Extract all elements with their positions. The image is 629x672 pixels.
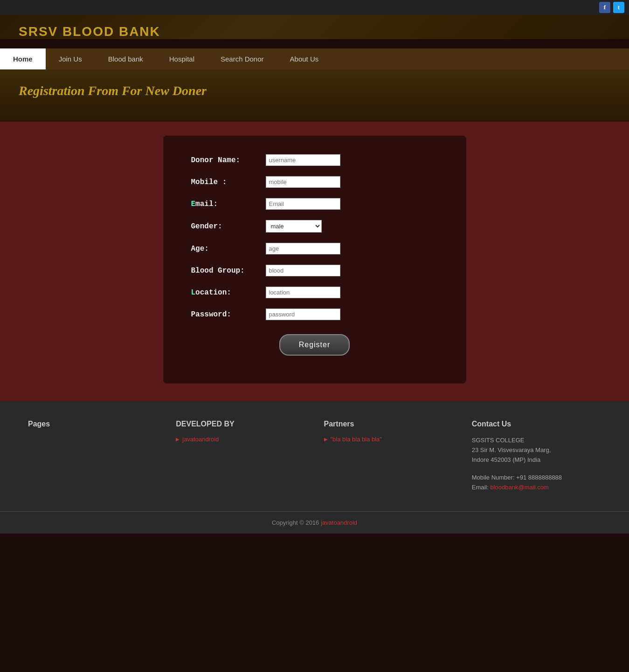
age-row: Age: <box>191 243 438 254</box>
gender-row: Gender: male female other <box>191 220 438 233</box>
gender-label: Gender: <box>191 222 266 231</box>
donor-name-input[interactable] <box>266 154 340 166</box>
location-row: Location: <box>191 287 438 298</box>
age-input[interactable] <box>266 243 340 254</box>
footer-partners: Partners "bla bla bla bla bla" <box>324 420 453 493</box>
partners-link[interactable]: "bla bla bla bla bla" <box>324 436 453 443</box>
contact-address2: Indore 452003 (MP) India <box>472 455 601 465</box>
nav-item-search-donor[interactable]: Search Donor <box>207 48 277 69</box>
password-row: Password: <box>191 309 438 320</box>
nav-item-blood-bank[interactable]: Blood bank <box>95 48 156 69</box>
age-label: Age: <box>191 245 266 253</box>
location-input[interactable] <box>266 287 340 298</box>
twitter-icon[interactable]: t <box>613 2 624 13</box>
password-input[interactable] <box>266 309 340 320</box>
register-button-wrapper: Register <box>191 334 438 356</box>
email-label: Email: <box>191 200 266 208</box>
developed-by-title: DEVELOPED BY <box>176 420 305 428</box>
header: SRSV BLOOD BANK <box>0 15 629 39</box>
page-title: Registration From For New Doner <box>19 83 610 98</box>
donor-name-row: Donor Name: <box>191 154 438 166</box>
contact-email-label: Email: <box>472 484 491 491</box>
developed-by-link[interactable]: javatoandroid <box>176 436 305 443</box>
pages-title: Pages <box>28 420 157 428</box>
footer-developed-by: DEVELOPED BY javatoandroid <box>176 420 305 493</box>
copyright-text: Copyright © 2016 <box>272 519 321 526</box>
blood-group-row: Blood Group: <box>191 265 438 276</box>
footer: Pages DEVELOPED BY javatoandroid Partner… <box>0 401 629 511</box>
contact-mobile: Mobile Number: +91 8888888888 <box>472 473 601 483</box>
navigation: Home Join Us Blood bank Hospital Search … <box>0 48 629 69</box>
contact-title: Contact Us <box>472 420 601 428</box>
nav-item-home[interactable]: Home <box>0 48 46 69</box>
partners-title: Partners <box>324 420 453 428</box>
main-content: Donor Name: Mobile : Email: Gender: male… <box>0 122 629 401</box>
gender-select[interactable]: male female other <box>266 220 322 233</box>
blood-group-input[interactable] <box>266 265 340 276</box>
mobile-label: Mobile : <box>191 178 266 186</box>
site-title: SRSV BLOOD BANK <box>19 24 610 39</box>
email-input[interactable] <box>266 198 340 210</box>
contact-email[interactable]: bloodbank@mail.com <box>490 484 548 491</box>
nav-item-about[interactable]: About Us <box>277 48 332 69</box>
facebook-icon[interactable]: f <box>599 2 610 13</box>
footer-contact: Contact Us SGSITS COLLEGE 23 Sir M. Visv… <box>472 420 601 493</box>
copyright-bar: Copyright © 2016 javatoandroid <box>0 511 629 534</box>
donor-name-label: Donor Name: <box>191 156 266 165</box>
mobile-input[interactable] <box>266 176 340 188</box>
contact-address1: 23 Sir M. Visvesvaraya Marg, <box>472 446 601 455</box>
copyright-link[interactable]: javatoandroid <box>321 519 357 526</box>
mobile-row: Mobile : <box>191 176 438 188</box>
contact-email-row: Email: bloodbank@mail.com <box>472 483 601 493</box>
contact-college: SGSITS COLLEGE <box>472 436 601 446</box>
nav-item-hospital[interactable]: Hospital <box>156 48 207 69</box>
nav-item-join[interactable]: Join Us <box>46 48 95 69</box>
registration-form-card: Donor Name: Mobile : Email: Gender: male… <box>163 136 466 384</box>
register-button[interactable]: Register <box>279 334 350 356</box>
hero-section: Registration From For New Doner <box>0 69 629 122</box>
blood-group-label: Blood Group: <box>191 267 266 275</box>
top-bar: f t <box>0 0 629 15</box>
password-label: Password: <box>191 310 266 319</box>
location-label: Location: <box>191 288 266 297</box>
footer-pages: Pages <box>28 420 157 493</box>
email-row: Email: <box>191 198 438 210</box>
